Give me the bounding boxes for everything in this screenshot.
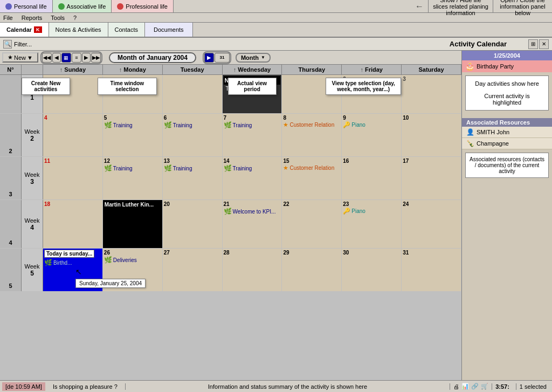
act-training-mon-w2[interactable]: 🌿 Training [104,121,161,129]
cell-r4-fri[interactable]: 23 🔑 Piano [342,200,402,248]
tuesday-header: Tuesday [163,65,223,74]
cell-r5-thu[interactable]: 29 [282,249,342,291]
filter-btn-1[interactable]: ⊞ [528,39,538,49]
cell-r5-fri[interactable]: 30 [342,249,402,291]
friday-header: ↑ Friday View type selection (day, week,… [342,65,402,74]
cell-r4-sat[interactable]: 24 [402,200,461,248]
thursday-header: Thursday [282,65,342,74]
act-training-wed-w2[interactable]: 🌿 Training [224,121,281,129]
assoc-name-champagne: Champagne [477,140,509,147]
tab-professional[interactable]: Professional life [112,0,174,12]
month-nav-right: ▶ 31 [203,51,231,64]
new-button[interactable]: ★ New ▼ [2,52,38,63]
status-icon-1[interactable]: 🖨 [453,383,459,390]
cell-r3-thu[interactable]: 15 ★ Customer Relation [282,157,342,200]
prev-button[interactable]: ◀ [52,53,61,63]
fastforward-button[interactable]: ▶▶ [91,53,101,63]
cell-r5-sat[interactable]: 31 [402,249,461,291]
cell-r2-mon[interactable]: 5 🌿 Training [103,114,163,156]
day-24: 24 [403,201,460,207]
day-12: 12 [104,158,161,164]
open-close-panel[interactable]: Open / Close the information panel below [493,0,552,12]
cell-r3-sat[interactable]: 17 [402,157,461,200]
personal-icon [5,3,12,10]
nav-controls: ◀◀ ◀ ▦ ≡ ▶ ▶▶ [40,51,102,64]
act-welcome-wed-w4[interactable]: 🌿 Welcome to KPI... [224,208,281,215]
act-piano-fri-w4[interactable]: 🔑 Piano [343,208,400,215]
month-view-button[interactable]: Month ▼ [236,53,271,63]
show-hide-panel[interactable]: Show / Hide life slices related planing … [428,0,493,12]
tab-notes[interactable]: Notes & Activities [49,23,108,37]
tab-documents[interactable]: Documents [145,23,193,37]
menu-tools[interactable]: Tools [49,14,67,22]
leaf-icon-w5: 🌿 [44,259,52,266]
act-customer-thu-w3[interactable]: ★ Customer Relation [283,164,340,171]
cell-r4-wed[interactable]: 21 🌿 Welcome to KPI... [223,200,282,248]
star-icon: ★ [283,121,288,128]
cell-r2-sun[interactable]: 4 [43,114,103,156]
sunday-header: ↑ Sunday Create New activities [43,65,103,74]
leaf-icon-w4: 🌿 [224,208,232,215]
up-arrow-wed: ↑ [233,66,237,73]
birthday-row[interactable]: 🎂 Birthday Party [462,60,552,72]
cell-r3-mon[interactable]: 12 🌿 Training [103,157,163,200]
act-text-2: Training [173,122,192,128]
next-button[interactable]: ▶ [82,53,91,63]
status-icon-4[interactable]: 🛒 [481,383,488,390]
cell-r2-sat[interactable]: 10 [402,114,461,156]
day-27: 27 [164,250,221,256]
act-text-cust: Customer Relation [289,122,334,128]
cell-r2-wed[interactable]: 7 🌿 Training [223,114,282,156]
cell-r3-wed[interactable]: 14 🌿 Training [223,157,282,200]
act-customer-thu-w2[interactable]: ★ Customer Relation [283,121,340,128]
cell-r5-wed[interactable]: 28 [223,249,282,291]
act-training-tue-w3[interactable]: 🌿 Training [164,164,221,172]
act-deliveries-mon-w5[interactable]: 🌿 Deliveries [104,256,161,264]
assoc-row-champagne[interactable]: 🍾 Champagne [462,138,552,149]
cell-r2-fri[interactable]: 9 🔑 Piano [342,114,402,156]
act-text-w3t: Training [173,166,192,171]
cell-r1-sat[interactable]: 3 [402,75,461,113]
menu-reports[interactable]: Reports [19,14,45,22]
cell-r3-tue[interactable]: 13 🌿 Training [163,157,223,200]
cell-r4-sun[interactable]: 18 [43,200,103,248]
list-view-button[interactable]: ≡ [72,53,81,63]
go-button[interactable]: ▶ [204,53,214,63]
prof-icon [117,3,123,10]
filter-label[interactable]: Filter... [14,41,32,47]
cell-r4-thu[interactable]: 22 [282,200,342,248]
birthday-icon: 🎂 [465,62,474,71]
menu-help[interactable]: ? [71,14,79,22]
act-piano-fri-w2[interactable]: 🔑 Piano [343,121,400,128]
rewind-button[interactable]: ◀◀ [42,53,52,63]
act-training-mon-w3[interactable]: 🌿 Training [104,164,161,172]
filter-btn-2[interactable]: ✕ [539,39,549,49]
status-icon-2[interactable]: 📊 [461,383,469,390]
date-tooltip: Sunday, January 25, 2004 [75,279,146,288]
calendar-logo: K [34,26,42,33]
act-training-tue-w2[interactable]: 🌿 Training [164,121,221,129]
new-dropdown-icon: ▼ [27,54,33,61]
act-training-wed-w3[interactable]: 🌿 Training [224,164,281,172]
tab-contacts[interactable]: Contacts [108,23,145,37]
cell-r4-mon[interactable]: Martin Luther Kin... [103,200,163,248]
cell-r5-sun-today[interactable]: Today is sunday... 🌿 Birthd... ↖ Sunday,… [43,249,103,291]
status-icon-3[interactable]: 🔗 [471,383,479,390]
up-arrow-sun: ↑ [60,66,63,73]
cell-r3-sun[interactable]: 11 [43,157,103,200]
cursor-icon: ↖ [75,267,82,276]
cell-r2-tue[interactable]: 6 🌿 Training [163,114,223,156]
cell-r2-thu[interactable]: 8 ★ Customer Relation [282,114,342,156]
tab-personal-label: Personal life [14,3,47,10]
cell-r3-fri[interactable]: 16 [342,157,402,200]
tab-associative[interactable]: Associative life [53,0,112,12]
tab-calendar[interactable]: Calendar K [0,23,49,37]
menu-file[interactable]: File [1,14,15,22]
cell-r4-tue[interactable]: 20 [163,200,223,248]
act-birthday-sun-w5[interactable]: 🌿 Birthd... [44,259,101,266]
tab-personal[interactable]: Personal life [0,0,53,12]
assoc-row-smith[interactable]: 👤 SMITH John [462,127,552,138]
month-date-icon[interactable]: 31 [215,53,230,63]
grid-view-button[interactable]: ▦ [61,53,71,63]
cell-r5-tue[interactable]: 27 [163,249,223,291]
